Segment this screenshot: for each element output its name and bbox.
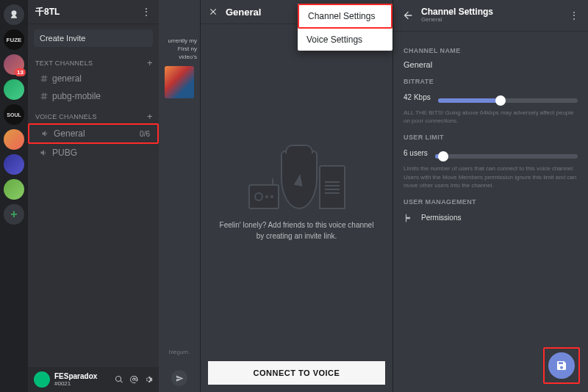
voice-body: Feelin' lonely? Add friends to this voic… [201,23,392,354]
speaker-icon [40,148,49,157]
settings-subtitle: General [421,17,493,23]
text-channels-label: TEXT CHANNELS [35,59,93,67]
hash-icon [40,92,49,101]
voice-illustration [242,128,352,209]
username: FESparadox [54,372,97,380]
user-tag: #0021 [54,380,97,387]
save-highlight [543,347,580,384]
add-voice-channel-icon[interactable]: + [147,111,153,122]
create-invite-button[interactable]: Create Invite [34,29,153,47]
channel-label: general [52,73,82,84]
peek-text: urrently my First ny video's [159,23,200,62]
server-badge: 13 [15,68,26,76]
server-soul[interactable]: SOUL [4,104,24,125]
bitrate-help: ALL THE BITS! Going above 64kbps may adv… [404,109,578,125]
hash-icon [40,74,49,83]
server-header[interactable]: 千8TL ⋮ [28,0,159,23]
speaker-icon [41,129,50,138]
settings-menu-icon[interactable]: ⋮ [569,10,579,21]
gear-icon[interactable] [144,375,153,384]
voice-channel-title: General [226,7,261,18]
search-icon[interactable] [115,375,123,384]
channel-user-count: 0/6 [140,130,150,138]
channel-list: 千8TL ⋮ Create Invite TEXT CHANNELS + gen… [28,0,159,392]
menu-voice-settings[interactable]: Voice Settings [298,29,392,51]
channel-name-label: CHANNEL NAME [404,47,578,54]
voice-channels-section[interactable]: VOICE CHANNELS + [28,105,159,123]
channel-label: PUBG [52,148,77,158]
voice-header: General Channel Settings Voice Settings [201,0,392,23]
add-server-button[interactable]: + [4,204,24,225]
server-avatar-2[interactable] [4,79,24,100]
connect-voice-button[interactable]: CONNECT TO VOICE [208,361,385,385]
send-button[interactable] [171,370,187,386]
text-channel-general[interactable]: general [28,70,159,87]
server-avatar-1[interactable]: 13 [4,54,24,75]
permissions-row[interactable]: Permissions [404,213,578,223]
user-limit-label: USER LIMIT [404,134,578,141]
mention-icon[interactable] [129,375,138,384]
context-menu: Channel Settings Voice Settings [298,4,392,51]
server-rail: FUZE 13 SOUL + [0,0,28,392]
channel-label: pubg-mobile [52,91,101,101]
channel-name-value[interactable]: General [404,60,578,69]
user-info: FESparadox #0021 [54,372,97,387]
chat-peek: urrently my First ny video's blegum. [159,0,200,392]
permissions-label: Permissions [421,214,461,222]
peek-bottom-text: blegum. [169,349,190,370]
server-avatar-3[interactable] [4,129,24,150]
add-text-channel-icon[interactable]: + [147,57,153,68]
bitrate-value: 42 Kbps [404,93,431,101]
back-icon[interactable] [402,10,414,21]
server-fuze[interactable]: FUZE [4,29,24,50]
user-limit-slider[interactable] [435,154,578,159]
voice-channel-pubg[interactable]: PUBG [28,144,159,161]
flag-icon [404,213,414,223]
settings-body: CHANNEL NAME General BITRATE 42 Kbps ALL… [393,31,588,231]
server-fuze-label: FUZE [7,37,22,43]
settings-header: Channel Settings General ⋮ [393,0,588,31]
channel-label: General [54,128,85,139]
server-soul-label: SOUL [7,112,21,117]
close-icon[interactable] [208,7,218,17]
user-limit-value: 6 users [404,149,428,157]
user-management-label: USER MANAGEMENT [404,198,578,206]
user-avatar[interactable] [34,371,50,388]
bitrate-slider[interactable] [438,98,578,103]
user-footer: FESparadox #0021 [28,367,159,392]
server-menu-icon[interactable]: ⋮ [141,6,151,18]
voice-panel: General Channel Settings Voice Settings … [200,0,392,392]
voice-empty-text: Feelin' lonely? Add friends to this voic… [215,219,378,242]
server-avatar-5[interactable] [4,179,24,200]
bitrate-label: BITRATE [404,78,578,85]
text-channel-pubg[interactable]: pubg-mobile [28,87,159,105]
settings-panel: Channel Settings General ⋮ CHANNEL NAME … [392,0,588,392]
peek-image [165,66,194,98]
text-channels-section[interactable]: TEXT CHANNELS + [28,51,159,70]
voice-channel-general[interactable]: General 0/6 [28,123,159,144]
voice-channels-label: VOICE CHANNELS [35,113,97,120]
home-server-icon[interactable] [4,4,24,25]
menu-channel-settings[interactable]: Channel Settings [298,4,392,29]
server-avatar-4[interactable] [4,154,24,175]
send-icon [176,374,184,382]
user-limit-help: Limits the number of users that can conn… [404,164,578,189]
server-name: 千8TL [35,6,60,18]
